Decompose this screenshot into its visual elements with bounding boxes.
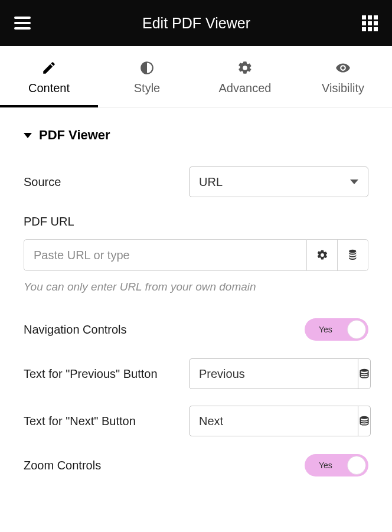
field-prev-text: Text for "Previous" Button bbox=[24, 358, 368, 389]
source-value: URL bbox=[199, 175, 223, 189]
tab-label: Visibility bbox=[322, 81, 364, 95]
section-title: PDF Viewer bbox=[39, 128, 110, 143]
field-source: Source URL bbox=[24, 167, 368, 197]
tab-content[interactable]: Content bbox=[0, 46, 98, 107]
section-toggle-pdf-viewer[interactable]: PDF Viewer bbox=[24, 128, 368, 143]
tab-label: Content bbox=[28, 81, 70, 95]
toggle-value: Yes bbox=[319, 461, 332, 470]
tab-label: Style bbox=[134, 81, 160, 95]
tab-visibility[interactable]: Visibility bbox=[294, 46, 392, 107]
toggle-value: Yes bbox=[319, 325, 332, 334]
field-zoom-controls: Zoom Controls Yes bbox=[24, 454, 368, 476]
next-text-dynamic-button[interactable] bbox=[358, 406, 371, 436]
pdf-url-settings-button[interactable] bbox=[307, 239, 338, 271]
chevron-down-icon bbox=[350, 179, 358, 184]
eye-icon bbox=[335, 60, 351, 76]
nav-controls-toggle[interactable]: Yes bbox=[305, 318, 368, 341]
panel-header: Edit PDF Viewer bbox=[0, 0, 392, 46]
toggle-knob bbox=[347, 456, 366, 475]
source-label: Source bbox=[24, 175, 61, 189]
pdf-url-input[interactable] bbox=[24, 239, 307, 271]
pdf-url-group bbox=[24, 239, 368, 271]
tab-advanced[interactable]: Advanced bbox=[196, 46, 294, 107]
prev-text-input[interactable] bbox=[189, 358, 358, 389]
next-text-input[interactable] bbox=[189, 406, 358, 436]
prev-text-label: Text for "Previous" Button bbox=[24, 367, 158, 381]
zoom-controls-toggle[interactable]: Yes bbox=[305, 454, 368, 476]
next-text-label: Text for "Next" Button bbox=[24, 414, 136, 428]
apps-grid-icon[interactable] bbox=[362, 15, 378, 31]
tab-style[interactable]: Style bbox=[98, 46, 196, 107]
menu-icon[interactable] bbox=[14, 17, 31, 30]
field-nav-controls: Navigation Controls Yes bbox=[24, 318, 368, 341]
database-icon bbox=[347, 249, 359, 261]
pdf-url-helper: You can only enter URL from your own dom… bbox=[24, 280, 368, 293]
caret-down-icon bbox=[24, 133, 32, 138]
source-select[interactable]: URL bbox=[189, 167, 368, 197]
panel-title: Edit PDF Viewer bbox=[142, 15, 250, 32]
pencil-icon bbox=[41, 60, 57, 76]
svg-point-1 bbox=[360, 416, 368, 419]
nav-controls-label: Navigation Controls bbox=[24, 323, 127, 337]
zoom-controls-label: Zoom Controls bbox=[24, 459, 101, 472]
prev-text-dynamic-button[interactable] bbox=[358, 358, 371, 389]
gear-icon bbox=[237, 60, 253, 76]
toggle-knob bbox=[347, 320, 366, 339]
tab-label: Advanced bbox=[219, 81, 272, 95]
gear-icon bbox=[316, 249, 328, 261]
database-icon bbox=[358, 415, 370, 427]
database-icon bbox=[358, 368, 370, 380]
panel-body: PDF Viewer Source URL PDF URL You can on… bbox=[0, 107, 392, 497]
tab-bar: Content Style Advanced Visibility bbox=[0, 46, 392, 107]
pdf-url-label: PDF URL bbox=[24, 215, 368, 229]
svg-point-0 bbox=[360, 369, 368, 372]
field-next-text: Text for "Next" Button bbox=[24, 406, 368, 436]
contrast-icon bbox=[139, 60, 155, 76]
pdf-url-dynamic-button[interactable] bbox=[338, 239, 368, 271]
